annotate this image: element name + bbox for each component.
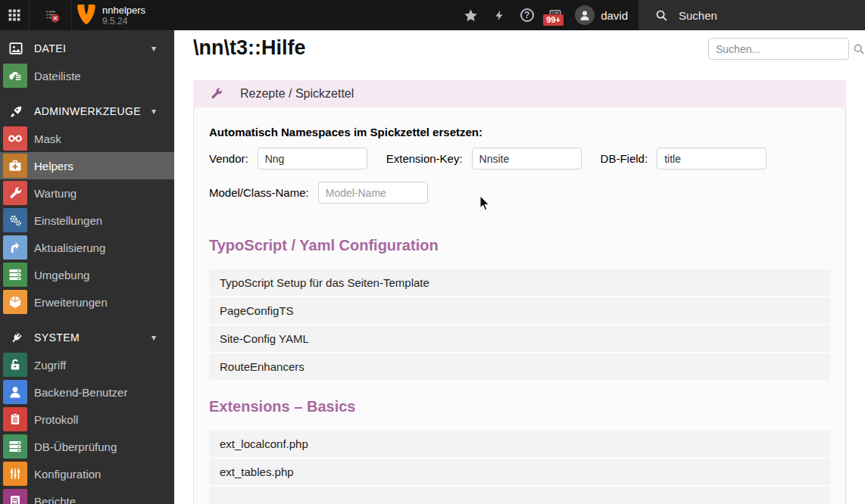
sidebar-item-backend-benutzer[interactable]: Backend-Benutzer [0,378,174,406]
accordion-list-typoscript: TypoScript Setup für das Seiten-Template… [209,269,830,380]
app-version: 9.5.24 [102,16,145,26]
mask-icon [3,126,27,151]
wrench-icon [210,87,223,101]
filelist-icon [3,64,27,88]
accordion-item[interactable]: ext_localconf.php [209,431,830,457]
help-icon: ? [520,8,534,22]
vendor-input[interactable] [258,148,367,170]
topbar-search-label: Suchen [679,9,717,22]
notifications-button[interactable]: 99+ [541,0,569,30]
section-header-system[interactable]: SYSTEM ▾ [0,328,174,347]
user-icon [3,380,27,404]
section-banner: Rezepte / Spickzettel [193,80,846,107]
sidebar-item-konfiguration[interactable]: Konfiguration [0,460,174,487]
cube-icon [3,290,27,314]
search-icon [853,43,865,55]
sidebar-item-db-ueberpruefung[interactable]: DB-Überprüfung [0,433,174,460]
notifications-badge: 99+ [543,14,564,26]
help-button[interactable]: ? [513,0,541,30]
section-header-datei[interactable]: DATEI ▾ [0,39,174,58]
typo3-backend: nnhelpers 9.5.24 ? 99+ [0,0,865,504]
accordion-item[interactable]: ext_tables.php [209,459,830,485]
form-row-1: Vendor: Extension-Key: DB-Field: [209,148,830,170]
sidebar-item-berichte[interactable]: Berichte [0,487,174,504]
grid-icon [8,8,21,22]
sidebar-item-protokoll[interactable]: Protokoll [0,406,174,433]
gears-icon [3,208,27,232]
cache-menu-button[interactable] [30,0,72,30]
sidebar-item-mask[interactable]: Mask [0,125,174,152]
content-card: Automatisch Namespaces im Spickzettel er… [193,107,846,504]
form-heading: Automatisch Namespaces im Spickzettel er… [209,126,830,138]
clipboard-icon [3,407,27,431]
search-icon [655,9,668,22]
module-search-box [708,38,849,60]
accordion-item[interactable]: PageConfigTS [209,297,830,324]
vendor-label: Vendor: [209,152,248,165]
page-title: \nn\t3::Hilfe [193,36,306,60]
section-label: DATEI [34,42,66,54]
star-icon [464,8,478,23]
sidebar-item-dateiliste[interactable]: Dateiliste [0,62,174,89]
sliders-icon [3,462,27,486]
extension-key-label: Extension-Key: [386,152,463,165]
sidebar-item-wartung[interactable]: Wartung [0,179,174,207]
accordion-list-extensions: ext_localconf.php ext_tables.php [209,431,830,504]
module-menu: DATEI ▾ Dateiliste ADMINWERKZEUGE ▾ [0,30,174,504]
module-content: \nn\t3::Hilfe Rezepte / Spickzettel Auto… [174,30,865,504]
bolt-icon [494,8,504,23]
banner-label: Rezepte / Spickzettel [240,87,354,101]
form-row-2: Model/Class-Name: [209,182,830,204]
sidebar-item-aktualisierung[interactable]: Aktualisierung [0,234,174,261]
db-field-input[interactable] [657,148,767,170]
chevron-down-icon: ▾ [151,106,156,117]
database-icon [3,434,27,459]
picture-icon [9,42,23,55]
section-heading-typoscript: TypoScript / Yaml Configuration [209,237,830,254]
list-error-icon [45,9,57,21]
update-arrow-icon [3,235,27,260]
firstaid-icon [3,154,27,178]
sidebar-item-helpers[interactable]: Helpers [0,152,174,179]
username: david [601,9,628,22]
chevron-down-icon: ▾ [151,43,156,54]
chevron-down-icon: ▾ [151,332,156,343]
plug-icon [9,331,23,344]
section-label: SYSTEM [34,331,80,344]
sidebar-item-erweiterungen[interactable]: Erweiterungen [0,288,174,316]
typo3-logo-icon [77,4,96,26]
system-info-button[interactable] [485,0,513,30]
accordion-item[interactable]: RouteEnhancers [209,353,830,380]
user-menu-button[interactable]: david [569,5,639,25]
section-label: ADMINWERKZEUGE [34,105,141,117]
module-search-input[interactable] [716,43,853,55]
section-header-adminwerkzeuge[interactable]: ADMINWERKZEUGE ▾ [0,102,174,120]
bookmarks-button[interactable] [457,0,485,30]
module-brand: nnhelpers 9.5.24 [72,0,145,30]
report-icon [3,489,27,504]
avatar [575,5,595,25]
wrench-icon [3,181,27,205]
model-class-name-label: Model/Class-Name: [209,186,309,199]
topbar: nnhelpers 9.5.24 ? 99+ [0,0,865,30]
rocket-icon [9,104,23,118]
model-class-name-input[interactable] [318,182,428,204]
app-name: nnhelpers [102,5,145,16]
sidebar-item-zugriff[interactable]: Zugriff [0,351,174,378]
topbar-toolbar: ? 99+ david [457,0,639,30]
unlock-icon [3,353,27,377]
accordion-item[interactable] [209,487,830,504]
accordion-item[interactable]: TypoScript Setup für das Seiten-Template [209,269,830,296]
accordion-item[interactable]: Site-Config YAML [209,325,830,352]
extension-key-input[interactable] [472,148,582,170]
sidebar-item-einstellungen[interactable]: Einstellungen [0,207,174,234]
modules-menu-button[interactable] [0,0,30,30]
section-heading-extensions-basics: Extensions – Basics [209,398,830,415]
sidebar-item-umgebung[interactable]: Umgebung [0,261,174,288]
server-icon [3,263,27,287]
topbar-search[interactable]: Suchen [639,0,865,30]
db-field-label: DB-Field: [601,152,648,165]
